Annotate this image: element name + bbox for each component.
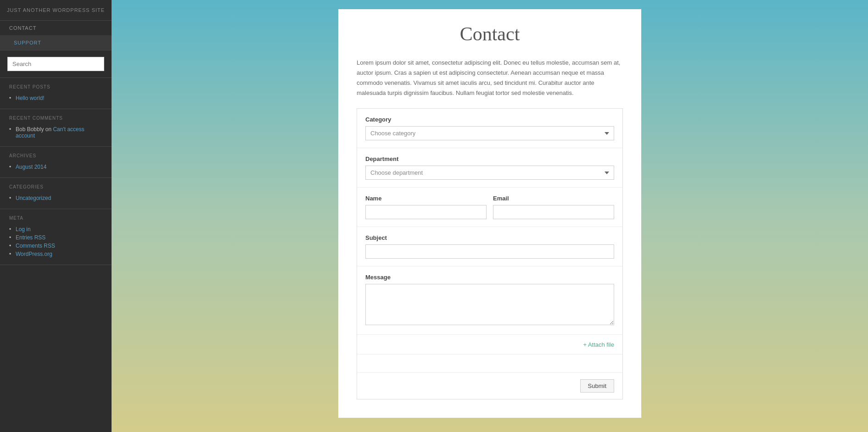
- meta-list: Log in Entries RSS Comments RSS WordPres…: [9, 225, 102, 258]
- categories-title: CATEGORIES: [9, 184, 102, 189]
- recent-posts-list: Hello world!: [9, 94, 102, 102]
- recent-posts-title: RECENT POSTS: [9, 84, 102, 89]
- recent-comments-section: RECENT COMMENTS Bob Bobbly on Can't acce…: [0, 109, 112, 147]
- category-label: Category: [365, 116, 614, 123]
- message-section: Message: [357, 266, 622, 335]
- email-label: Email: [493, 195, 614, 202]
- meta-section: META Log in Entries RSS Comments RSS Wor…: [0, 209, 112, 265]
- name-input[interactable]: [365, 205, 487, 219]
- comment-author: Bob Bobbly on: [16, 126, 51, 133]
- categories-section: CATEGORIES Uncategorized: [0, 178, 112, 209]
- department-select[interactable]: Choose department: [365, 166, 614, 180]
- archives-list: August 2014: [9, 163, 102, 171]
- recent-comments-title: RECENT COMMENTS: [9, 116, 102, 121]
- search-input[interactable]: [7, 57, 104, 71]
- attach-file-link[interactable]: + Attach file: [583, 341, 614, 348]
- list-item: Comments RSS: [9, 242, 102, 250]
- submit-button[interactable]: Submit: [580, 379, 614, 393]
- attach-section: + Attach file: [357, 335, 622, 354]
- categories-list: Uncategorized: [9, 194, 102, 202]
- intro-text: Lorem ipsum dolor sit amet, consectetur …: [357, 58, 623, 98]
- sidebar-search-area: [0, 50, 112, 78]
- subject-label: Subject: [365, 234, 614, 241]
- sidebar-nav: CONTACT SUPPORT: [0, 20, 112, 50]
- archive-link[interactable]: August 2014: [16, 164, 46, 170]
- department-section: Department Choose department: [357, 148, 622, 188]
- department-label: Department: [365, 155, 614, 162]
- meta-title: META: [9, 216, 102, 221]
- email-input[interactable]: [493, 205, 614, 219]
- name-group: Name: [365, 195, 487, 219]
- recent-comments-list: Bob Bobbly on Can't access account: [9, 125, 102, 140]
- list-item: Bob Bobbly on Can't access account: [9, 125, 102, 140]
- content-area: Contact Lorem ipsum dolor sit amet, cons…: [338, 9, 641, 418]
- sidebar-item-contact[interactable]: CONTACT: [0, 21, 112, 35]
- file-upload-area: [357, 354, 622, 373]
- category-section: Category Choose category: [357, 109, 622, 148]
- list-item: Hello world!: [9, 94, 102, 102]
- name-email-section: Name Email: [357, 188, 622, 227]
- list-item: Uncategorized: [9, 194, 102, 202]
- category-link[interactable]: Uncategorized: [16, 195, 51, 201]
- page-title: Contact: [357, 23, 623, 45]
- name-label: Name: [365, 195, 487, 202]
- sidebar: JUST ANOTHER WORDPRESS SITE CONTACT SUPP…: [0, 0, 112, 432]
- meta-login-link[interactable]: Log in: [16, 226, 31, 233]
- submit-section: Submit: [357, 373, 622, 399]
- meta-wordpress-link[interactable]: WordPress.org: [16, 251, 52, 257]
- contact-form: Category Choose category Department Choo…: [357, 108, 623, 399]
- main-wrap: Contact Lorem ipsum dolor sit amet, cons…: [112, 0, 868, 432]
- list-item: Log in: [9, 225, 102, 233]
- message-label: Message: [365, 274, 614, 281]
- sidebar-item-support[interactable]: SUPPORT: [0, 35, 112, 50]
- archives-title: ARCHIVES: [9, 153, 102, 158]
- meta-entries-link[interactable]: Entries RSS: [16, 234, 45, 241]
- category-select[interactable]: Choose category: [365, 126, 614, 140]
- email-group: Email: [493, 195, 614, 219]
- message-textarea[interactable]: [365, 284, 614, 325]
- name-email-row: Name Email: [365, 195, 614, 219]
- list-item: WordPress.org: [9, 250, 102, 258]
- meta-comments-link[interactable]: Comments RSS: [16, 243, 55, 249]
- list-item: Entries RSS: [9, 233, 102, 242]
- subject-input[interactable]: [365, 244, 614, 259]
- archives-section: ARCHIVES August 2014: [0, 147, 112, 178]
- list-item: August 2014: [9, 163, 102, 171]
- site-title: JUST ANOTHER WORDPRESS SITE: [0, 0, 112, 20]
- subject-section: Subject: [357, 227, 622, 266]
- recent-post-link[interactable]: Hello world!: [16, 95, 45, 101]
- recent-posts-section: RECENT POSTS Hello world!: [0, 78, 112, 109]
